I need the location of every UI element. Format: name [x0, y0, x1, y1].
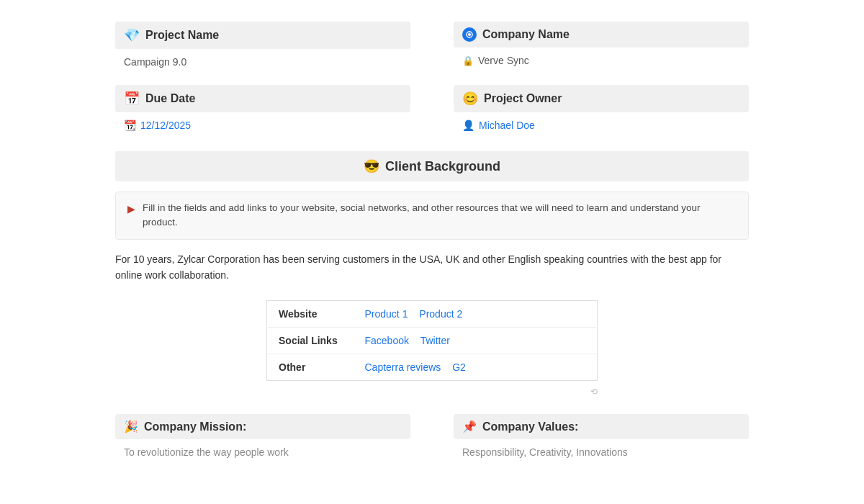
company-name-icon [462, 27, 477, 42]
company-mission-label: 🎉 Company Mission: [115, 414, 410, 439]
row-links-website: Product 1 Product 2 [354, 301, 598, 328]
bottom-fields-section: 🎉 Company Mission: To revolutionize the … [115, 414, 749, 461]
row-links-social: Facebook Twitter [354, 328, 598, 354]
company-name-value: 🔒 Verve Sync [454, 52, 749, 69]
client-bg-title: Client Background [385, 159, 500, 174]
company-name-field: Company Name 🔒 Verve Sync [454, 22, 749, 71]
project-owner-title: Project Owner [484, 92, 562, 105]
company-name-title: Company Name [482, 28, 570, 41]
company-mission-title: Company Mission: [144, 420, 246, 433]
row-label-other: Other [267, 354, 354, 381]
top-fields: 💎 Project Name Campaign 9.0 Company Name… [115, 22, 749, 134]
project-owner-value[interactable]: 👤 Michael Doe [454, 117, 749, 134]
project-owner-label: 😊 Project Owner [454, 85, 749, 112]
table-row: Website Product 1 Product 2 [267, 301, 598, 328]
due-date-value[interactable]: 📆 12/12/2025 [115, 117, 410, 134]
capterra-link[interactable]: Capterra reviews [365, 361, 441, 373]
row-links-other: Capterra reviews G2 [354, 354, 598, 381]
page-container: 💎 Project Name Campaign 9.0 Company Name… [0, 0, 864, 504]
callout-box: ▶ Fill in the fields and add links to yo… [115, 192, 749, 240]
due-date-field: 📅 Due Date 📆 12/12/2025 [115, 85, 410, 134]
due-date-label: 📅 Due Date [115, 85, 410, 112]
row-label-website: Website [267, 301, 354, 328]
project-name-field: 💎 Project Name Campaign 9.0 [115, 22, 410, 71]
table-row: Other Capterra reviews G2 [267, 354, 598, 381]
lock-icon: 🔒 [462, 55, 474, 66]
company-values-title: Company Values: [482, 420, 578, 433]
callout-arrow-icon: ▶ [127, 202, 135, 217]
calendar-icon: 📆 [124, 120, 136, 131]
links-table: Website Product 1 Product 2 Social Links… [266, 300, 598, 381]
product2-link[interactable]: Product 2 [419, 308, 462, 320]
row-label-social: Social Links [267, 328, 354, 354]
g2-link[interactable]: G2 [452, 361, 466, 373]
product1-link[interactable]: Product 1 [365, 308, 408, 320]
company-name-label: Company Name [454, 22, 749, 48]
company-values-emoji: 📌 [462, 420, 477, 433]
twitter-link[interactable]: Twitter [420, 335, 450, 346]
due-date-emoji: 📅 [124, 91, 140, 107]
due-date-title: Due Date [145, 92, 195, 105]
links-table-body: Website Product 1 Product 2 Social Links… [267, 301, 598, 381]
callout-text: Fill in the fields and add links to your… [143, 201, 737, 230]
client-bg-emoji: 😎 [364, 158, 379, 174]
project-name-title: Project Name [145, 29, 219, 42]
company-values-value: Responsibility, Creativity, Innovations [454, 444, 749, 461]
project-name-label: 💎 Project Name [115, 22, 410, 49]
company-values-field: 📌 Company Values: Responsibility, Creati… [454, 414, 749, 461]
company-mission-value: To revolutionize the way people work [115, 444, 410, 461]
svg-point-1 [468, 33, 471, 36]
project-name-emoji: 💎 [124, 27, 140, 43]
client-background-section: 😎 Client Background ▶ Fill in the fields… [115, 151, 749, 397]
project-name-value: Campaign 9.0 [115, 53, 410, 71]
table-row: Social Links Facebook Twitter [267, 328, 598, 354]
facebook-link[interactable]: Facebook [365, 335, 409, 346]
company-mission-emoji: 🎉 [124, 420, 138, 433]
project-owner-field: 😊 Project Owner 👤 Michael Doe [454, 85, 749, 134]
company-mission-field: 🎉 Company Mission: To revolutionize the … [115, 414, 410, 461]
body-description: For 10 years, Zylcar Corporation has bee… [115, 251, 749, 284]
client-background-header: 😎 Client Background [115, 151, 749, 181]
resize-handle: ⟲ [266, 387, 598, 397]
company-values-label: 📌 Company Values: [454, 414, 749, 439]
user-icon: 👤 [462, 120, 474, 131]
project-owner-emoji: 😊 [462, 91, 478, 107]
